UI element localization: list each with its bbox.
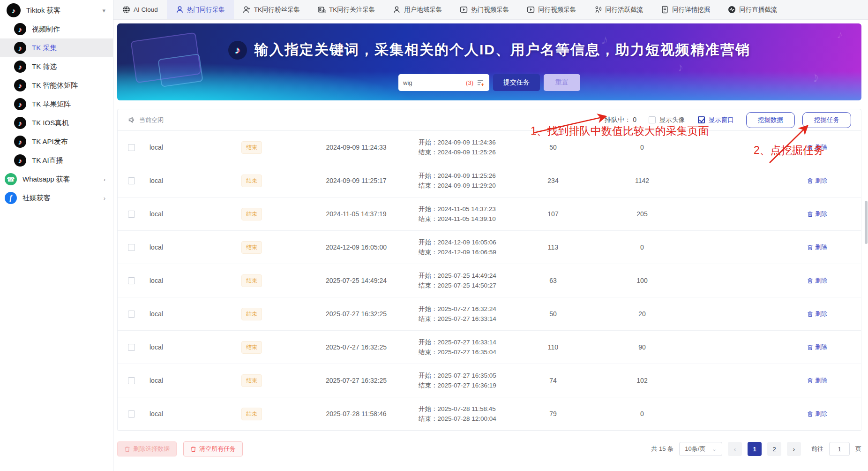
import-list-icon[interactable] bbox=[476, 78, 485, 87]
checkbox-unchecked-icon[interactable] bbox=[649, 116, 656, 123]
sidebar-item-label: TK 智能体矩阵 bbox=[32, 81, 113, 90]
queue-count-label: 排队中：0 bbox=[605, 116, 636, 124]
sidebar-item-whatsapp[interactable]: ☎ Whatsapp 获客 › bbox=[0, 170, 113, 189]
tab-peer-detail-mining[interactable]: 同行详情挖掘 bbox=[652, 0, 719, 19]
status-badge: 结束 bbox=[241, 274, 262, 287]
row-checkbox[interactable] bbox=[128, 244, 135, 251]
row-count-1: 74 bbox=[509, 377, 598, 384]
row-created-time: 2025-07-27 16:32:25 bbox=[298, 343, 415, 351]
live-pulse-icon bbox=[728, 6, 736, 14]
sidebar-item-tk-ai-live[interactable]: ♪ TK AI直播 bbox=[0, 151, 113, 170]
next-page-button[interactable]: › bbox=[787, 442, 801, 456]
tab-peer-video-collect[interactable]: 同行视频采集 bbox=[518, 0, 585, 19]
panel-toolbar: 当前空闲 排队中：0 显示头像 显示窗口 挖掘数据 挖掘任务 bbox=[118, 109, 861, 131]
task-table: local 结束 2024-09-09 11:24:33 开始：2024-09-… bbox=[118, 131, 861, 431]
row-checkbox[interactable] bbox=[128, 344, 135, 351]
tiktok-icon: ♪ bbox=[14, 42, 26, 54]
row-checkbox[interactable] bbox=[128, 177, 135, 184]
goto-suffix-label: 页 bbox=[855, 445, 861, 453]
trash-icon bbox=[807, 278, 813, 284]
sidebar-item-label: Tiktok 获客 bbox=[26, 6, 102, 15]
show-window-checkbox[interactable]: 显示窗口 bbox=[698, 116, 734, 124]
tiktok-icon: ♪ bbox=[14, 61, 26, 73]
row-checkbox[interactable] bbox=[128, 144, 135, 151]
goto-label: 前往 bbox=[811, 445, 823, 453]
prev-page-button[interactable]: ‹ bbox=[728, 442, 742, 456]
tab-peer-follow-collect[interactable]: TK同行关注采集 bbox=[309, 0, 384, 19]
mine-task-button[interactable]: 挖掘任务 bbox=[802, 112, 851, 128]
tab-peer-live-intercept[interactable]: 同行直播截流 bbox=[719, 0, 786, 19]
status-badge: 结束 bbox=[241, 308, 262, 320]
row-checkbox[interactable] bbox=[128, 311, 135, 318]
row-start-end-times: 开始：2025-07-27 16:35:05 结束：2025-07-27 16:… bbox=[415, 371, 509, 390]
activity-person-icon bbox=[594, 6, 602, 14]
tab-label: 热门同行采集 bbox=[187, 6, 225, 14]
reset-button[interactable]: 重置 bbox=[544, 74, 580, 91]
tab-hot-peer-collect[interactable]: 热门同行采集 bbox=[167, 0, 234, 19]
delete-row-button[interactable]: 删除 bbox=[807, 276, 827, 285]
chevron-right-icon[interactable]: › bbox=[104, 195, 105, 202]
row-count-2: 205 bbox=[598, 210, 687, 218]
tab-peer-active-intercept[interactable]: 同行活跃截流 bbox=[585, 0, 652, 19]
table-row: local 结束 2025-07-28 11:58:46 开始：2025-07-… bbox=[118, 397, 861, 431]
row-count-2: 90 bbox=[598, 343, 687, 351]
row-start-end-times: 开始：2025-07-27 16:32:24 结束：2025-07-27 16:… bbox=[415, 304, 509, 324]
row-checkbox[interactable] bbox=[128, 410, 135, 418]
delete-row-button[interactable]: 删除 bbox=[807, 176, 827, 185]
row-end-time: 结束：2025-07-28 12:00:04 bbox=[419, 414, 509, 424]
delete-row-button[interactable]: 删除 bbox=[807, 243, 827, 251]
sidebar-item-video-make[interactable]: ♪ 视频制作 bbox=[0, 20, 113, 38]
row-end-time: 结束：2025-07-25 14:50:27 bbox=[419, 281, 509, 290]
delete-row-button[interactable]: 删除 bbox=[807, 343, 827, 351]
delete-row-button[interactable]: 删除 bbox=[807, 310, 827, 318]
sidebar-item-tk-ios[interactable]: ♪ TK IOS真机 bbox=[0, 114, 113, 132]
sidebar-item-tk-collect[interactable]: ♪ TK 采集 bbox=[0, 38, 113, 57]
row-checkbox[interactable] bbox=[128, 377, 135, 384]
queue-count-value: 0 bbox=[633, 116, 636, 123]
vertical-scrollbar-thumb[interactable] bbox=[865, 201, 868, 244]
chevron-right-icon[interactable]: › bbox=[104, 176, 105, 183]
trash-icon bbox=[807, 144, 813, 151]
keyword-value: wig bbox=[403, 79, 463, 86]
sidebar-item-tk-agent-matrix[interactable]: ♪ TK 智能体矩阵 bbox=[0, 76, 113, 95]
row-count-1: 79 bbox=[509, 410, 598, 418]
status-badge: 结束 bbox=[241, 341, 262, 354]
app-root: ♪ Tiktok 获客 ▾ ♪ 视频制作 ♪ TK 采集 ♪ TK 筛选 ♪ T… bbox=[0, 0, 868, 471]
tab-ai-cloud[interactable]: AI Cloud bbox=[113, 0, 167, 19]
table-row: local 结束 2025-07-27 16:32:25 开始：2025-07-… bbox=[118, 297, 861, 331]
page-button-2[interactable]: 2 bbox=[767, 442, 781, 456]
show-avatar-checkbox[interactable]: 显示头像 bbox=[649, 116, 685, 124]
clear-all-tasks-button[interactable]: 清空所有任务 bbox=[183, 441, 243, 456]
submit-task-button[interactable]: 提交任务 bbox=[493, 74, 540, 91]
page-size-select[interactable]: 10条/页 ⌄ bbox=[679, 442, 722, 456]
row-created-time: 2024-11-05 14:37:19 bbox=[298, 210, 415, 218]
sidebar-item-social-media[interactable]: f 社媒获客 › bbox=[0, 189, 113, 207]
row-name: local bbox=[145, 377, 206, 384]
tab-user-region-collect[interactable]: 用户地域采集 bbox=[384, 0, 451, 19]
delete-selected-button[interactable]: 删除选择数据 bbox=[117, 441, 177, 456]
delete-row-button[interactable]: 删除 bbox=[807, 143, 827, 152]
sidebar-item-label: TK 采集 bbox=[32, 44, 113, 53]
tab-hot-video-collect[interactable]: 热门视频采集 bbox=[451, 0, 518, 19]
delete-row-button[interactable]: 删除 bbox=[807, 376, 827, 385]
row-end-time: 结束：2024-09-09 11:25:26 bbox=[419, 147, 509, 157]
row-created-time: 2024-09-09 11:25:17 bbox=[298, 177, 415, 184]
mine-data-button[interactable]: 挖掘数据 bbox=[746, 112, 795, 128]
pagination: 共 15 条 10条/页 ⌄ ‹ 1 2 › 前往 页 bbox=[651, 442, 861, 456]
sidebar-item-tk-filter[interactable]: ♪ TK 筛选 bbox=[0, 57, 113, 76]
page-button-1[interactable]: 1 bbox=[748, 442, 762, 456]
row-start-end-times: 开始：2025-07-28 11:58:45 结束：2025-07-28 12:… bbox=[415, 404, 509, 424]
sidebar-item-tk-api[interactable]: ♪ TK API发布 bbox=[0, 132, 113, 151]
goto-page-input[interactable] bbox=[829, 442, 850, 456]
chevron-down-icon[interactable]: ▾ bbox=[102, 7, 105, 14]
keyword-input[interactable]: wig (3) bbox=[398, 74, 489, 91]
checkbox-checked-icon[interactable] bbox=[698, 116, 705, 123]
delete-row-button[interactable]: 删除 bbox=[807, 210, 827, 218]
delete-row-button[interactable]: 删除 bbox=[807, 410, 827, 418]
row-checkbox[interactable] bbox=[128, 211, 135, 218]
sidebar-item-tk-apple-matrix[interactable]: ♪ TK 苹果矩阵 bbox=[0, 95, 113, 114]
row-created-time: 2025-07-27 16:32:25 bbox=[298, 310, 415, 318]
sidebar-item-tiktok-root[interactable]: ♪ Tiktok 获客 ▾ bbox=[0, 1, 113, 20]
row-checkbox[interactable] bbox=[128, 277, 135, 284]
tab-peer-fans-collect[interactable]: TK同行粉丝采集 bbox=[234, 0, 309, 19]
